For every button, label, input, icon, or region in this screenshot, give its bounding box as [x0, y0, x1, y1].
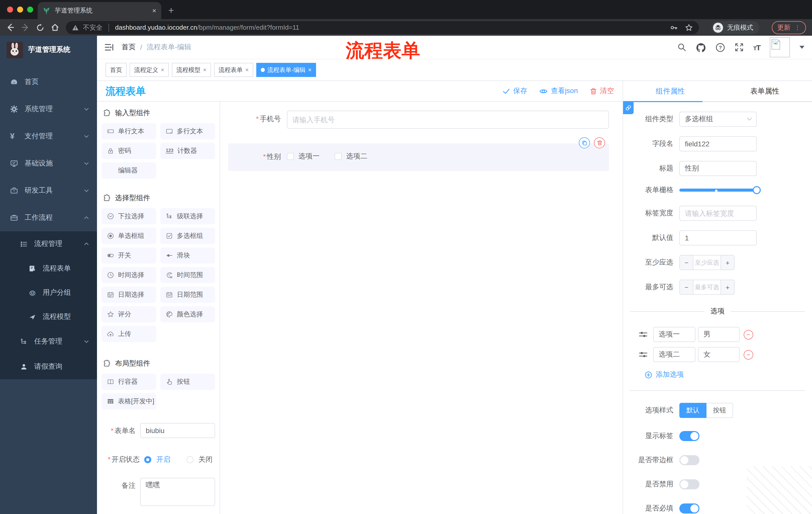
form-canvas[interactable]: *手机号: [220, 102, 622, 514]
window-controls[interactable]: [7, 6, 33, 12]
slider-track[interactable]: [679, 189, 757, 192]
drag-handle-icon[interactable]: [639, 330, 648, 339]
sidebar-item-devtools[interactable]: 研发工具: [0, 177, 97, 204]
fullscreen-icon[interactable]: [735, 43, 744, 52]
remove-option-button[interactable]: −: [744, 330, 753, 339]
font-size-icon[interactable]: TT: [753, 43, 760, 52]
form-name-input[interactable]: [140, 423, 215, 438]
component-slider[interactable]: 滑块: [160, 247, 215, 264]
tag-close-icon[interactable]: ×: [203, 66, 206, 74]
sidebar-item-task-mgmt[interactable]: 任务管理: [0, 329, 97, 354]
component-counter[interactable]: 123 计数器: [160, 143, 215, 159]
avatar[interactable]: [770, 37, 790, 57]
component-date-range[interactable]: 日期范围: [160, 287, 215, 303]
status-off-label[interactable]: 关闭: [199, 455, 212, 464]
forward-icon[interactable]: [21, 23, 30, 32]
sidebar-item-leave-query[interactable]: 请假查询: [0, 354, 97, 379]
component-rate[interactable]: 评分: [102, 306, 156, 322]
component-editor[interactable]: 编辑器: [102, 162, 156, 179]
tag-process-definition[interactable]: 流程定义×: [129, 63, 169, 77]
component-date-picker[interactable]: 日期选择: [102, 287, 156, 303]
tag-process-model[interactable]: 流程模型×: [172, 63, 211, 77]
component-multi-line-text[interactable]: 多行文本: [160, 123, 215, 139]
disabled-toggle[interactable]: [679, 479, 699, 489]
component-radio-group[interactable]: 单选框组: [102, 228, 156, 244]
option-value-input[interactable]: [698, 347, 740, 362]
component-table[interactable]: 表格[开发中]: [102, 393, 156, 409]
sidebar-item-workflow[interactable]: 工作流程: [0, 204, 97, 231]
tag-close-icon[interactable]: ×: [308, 66, 312, 74]
help-icon[interactable]: ?: [716, 43, 725, 52]
min-select-value[interactable]: 至少应选: [693, 255, 721, 270]
password-key-icon[interactable]: [670, 23, 678, 31]
bookmark-star-icon[interactable]: [685, 23, 693, 31]
canvas-phone-field[interactable]: *手机号: [228, 111, 609, 129]
back-icon[interactable]: [6, 23, 14, 32]
sidebar-item-payment[interactable]: ¥ 支付管理: [0, 123, 97, 150]
tag-close-icon[interactable]: ×: [161, 66, 164, 74]
option-label-input[interactable]: [653, 347, 695, 362]
canvas-selected-widget[interactable]: *性别 选项一 选项二: [228, 143, 609, 171]
component-select[interactable]: 下拉选择: [102, 208, 156, 224]
phone-input[interactable]: [287, 111, 609, 129]
max-select-value[interactable]: 最多可选: [693, 280, 721, 294]
stepper-decrease-button[interactable]: −: [680, 280, 693, 294]
required-toggle[interactable]: [679, 504, 699, 514]
sidebar-item-system[interactable]: 系统管理: [0, 96, 97, 123]
gender-option-2[interactable]: 选项二: [335, 152, 367, 161]
app-logo[interactable]: 芋道管理系统: [0, 36, 97, 64]
tag-process-form[interactable]: 流程表单×: [214, 63, 253, 77]
widget-delete-button[interactable]: [594, 137, 605, 148]
sidebar-item-process-model[interactable]: 流程模型: [0, 305, 97, 329]
tab-close-icon[interactable]: ×: [152, 7, 156, 14]
tag-close-icon[interactable]: ×: [245, 66, 249, 74]
component-button[interactable]: 按钮: [160, 374, 215, 390]
field-name-input[interactable]: [679, 136, 757, 152]
border-toggle[interactable]: [679, 455, 699, 465]
style-default-button[interactable]: 默认: [679, 403, 706, 418]
save-button[interactable]: 保存: [503, 86, 527, 96]
status-on-label[interactable]: 开启: [156, 455, 170, 464]
link-badge[interactable]: [623, 101, 634, 114]
url-text[interactable]: dashboard.yudao.iocoder.cn/bpm/manager/f…: [115, 24, 299, 31]
tag-process-form-edit[interactable]: 流程表单-编辑×: [256, 63, 316, 77]
sidebar-item-infra[interactable]: 基础设施: [0, 150, 97, 177]
title-input[interactable]: [679, 161, 757, 176]
status-off-radio[interactable]: [186, 456, 194, 463]
browser-menu-icon[interactable]: ⋮: [794, 24, 801, 31]
stepper-increase-button[interactable]: +: [721, 280, 734, 294]
component-cascader[interactable]: 级联选择: [160, 208, 215, 224]
tag-home[interactable]: 首页: [106, 63, 127, 77]
slider-handle[interactable]: [753, 186, 761, 194]
component-type-select[interactable]: [679, 112, 757, 127]
default-value-input[interactable]: [679, 231, 757, 245]
style-button-button[interactable]: 按钮: [706, 403, 733, 418]
search-icon[interactable]: [677, 43, 686, 52]
component-switch[interactable]: 开关: [102, 247, 156, 264]
component-checkbox-group[interactable]: 多选框组: [160, 228, 215, 244]
component-password[interactable]: 密码: [102, 143, 156, 159]
tab-form-props[interactable]: 表单属性: [718, 81, 812, 101]
breadcrumb-home[interactable]: 首页: [122, 43, 136, 52]
label-width-input[interactable]: [679, 206, 757, 221]
clear-button[interactable]: 清空: [590, 86, 614, 96]
sidebar-item-process-form[interactable]: 流程表单: [0, 256, 97, 281]
component-color-picker[interactable]: 颜色选择: [160, 306, 215, 322]
security-label[interactable]: 不安全: [83, 23, 103, 32]
checkbox-icon[interactable]: [335, 153, 342, 160]
component-single-line-text[interactable]: 单行文本: [102, 123, 156, 139]
component-time-picker[interactable]: 时间选择: [102, 267, 156, 283]
component-row-container[interactable]: 行容器: [102, 374, 156, 390]
stepper-increase-button[interactable]: +: [721, 255, 734, 270]
update-button[interactable]: 更新 ⋮: [772, 21, 806, 34]
sidebar-item-home[interactable]: 首页: [0, 69, 97, 96]
new-tab-button[interactable]: +: [168, 5, 174, 16]
status-on-radio[interactable]: [144, 456, 151, 463]
option-value-input[interactable]: [698, 327, 740, 342]
show-label-toggle[interactable]: [679, 431, 699, 441]
reload-icon[interactable]: [36, 23, 44, 31]
drag-handle-icon[interactable]: [639, 351, 648, 359]
view-json-button[interactable]: 查看json: [540, 86, 578, 96]
option-label-input[interactable]: [653, 327, 695, 342]
home-icon[interactable]: [51, 23, 59, 32]
